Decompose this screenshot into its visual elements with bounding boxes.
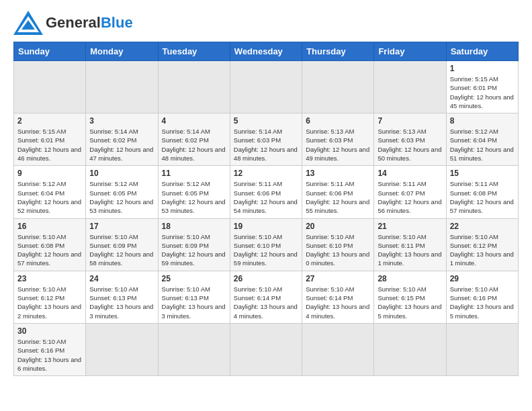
table-row — [446, 323, 518, 375]
header-tuesday: Tuesday — [158, 42, 230, 61]
table-row: 18 Sunrise: 5:10 AM Sunset: 6:09 PM Dayl… — [158, 218, 230, 271]
day-info: Sunrise: 5:12 AM Sunset: 6:04 PM Dayligh… — [17, 179, 82, 215]
table-row — [158, 323, 230, 375]
table-row — [230, 61, 302, 113]
week-row: 23 Sunrise: 5:10 AM Sunset: 6:12 PM Dayl… — [14, 271, 519, 323]
day-number: 18 — [162, 222, 226, 231]
table-row: 3 Sunrise: 5:14 AM Sunset: 6:02 PM Dayli… — [86, 113, 158, 166]
day-info: Sunrise: 5:10 AM Sunset: 6:13 PM Dayligh… — [162, 285, 226, 320]
day-number: 27 — [306, 274, 370, 283]
day-number: 28 — [378, 274, 442, 283]
day-info: Sunrise: 5:11 AM Sunset: 6:06 PM Dayligh… — [234, 179, 298, 215]
day-info: Sunrise: 5:15 AM Sunset: 6:01 PM Dayligh… — [17, 127, 82, 163]
table-row — [86, 323, 158, 375]
table-row: 14 Sunrise: 5:11 AM Sunset: 6:07 PM Dayl… — [374, 166, 446, 218]
table-row: 11 Sunrise: 5:12 AM Sunset: 6:05 PM Dayl… — [158, 166, 230, 218]
day-number: 29 — [450, 274, 515, 283]
day-number: 22 — [450, 222, 515, 231]
logo-icon — [13, 11, 43, 35]
table-row: 4 Sunrise: 5:14 AM Sunset: 6:02 PM Dayli… — [158, 113, 230, 166]
weekday-header-row: Sunday Monday Tuesday Wednesday Thursday… — [14, 42, 519, 61]
table-row — [86, 61, 158, 113]
day-info: Sunrise: 5:13 AM Sunset: 6:03 PM Dayligh… — [306, 127, 370, 163]
table-row: 19 Sunrise: 5:10 AM Sunset: 6:10 PM Dayl… — [230, 218, 302, 271]
day-number: 16 — [17, 222, 82, 231]
table-row: 29 Sunrise: 5:10 AM Sunset: 6:16 PM Dayl… — [446, 271, 518, 323]
week-row: 1 Sunrise: 5:15 AM Sunset: 6:01 PM Dayli… — [14, 61, 519, 113]
day-number: 21 — [378, 222, 442, 231]
day-info: Sunrise: 5:10 AM Sunset: 6:10 PM Dayligh… — [306, 232, 370, 268]
day-number: 7 — [378, 116, 442, 126]
table-row: 22 Sunrise: 5:10 AM Sunset: 6:12 PM Dayl… — [446, 218, 518, 271]
table-row — [158, 61, 230, 113]
day-number: 14 — [378, 169, 442, 178]
day-number: 24 — [89, 274, 154, 283]
day-number: 4 — [162, 116, 226, 126]
day-info: Sunrise: 5:11 AM Sunset: 6:07 PM Dayligh… — [378, 179, 442, 215]
day-number: 10 — [89, 169, 154, 178]
day-number: 30 — [17, 326, 82, 336]
day-info: Sunrise: 5:10 AM Sunset: 6:12 PM Dayligh… — [17, 285, 82, 320]
table-row: 30 Sunrise: 5:10 AM Sunset: 6:16 PM Dayl… — [14, 323, 86, 375]
table-row: 26 Sunrise: 5:10 AM Sunset: 6:14 PM Dayl… — [230, 271, 302, 323]
day-info: Sunrise: 5:10 AM Sunset: 6:10 PM Dayligh… — [234, 232, 298, 268]
day-info: Sunrise: 5:12 AM Sunset: 6:05 PM Dayligh… — [162, 179, 226, 215]
table-row: 1 Sunrise: 5:15 AM Sunset: 6:01 PM Dayli… — [446, 61, 518, 113]
calendar-table: Sunday Monday Tuesday Wednesday Thursday… — [13, 42, 519, 376]
day-number: 6 — [306, 116, 370, 126]
day-info: Sunrise: 5:10 AM Sunset: 6:14 PM Dayligh… — [306, 285, 370, 320]
day-number: 19 — [234, 222, 298, 231]
day-info: Sunrise: 5:14 AM Sunset: 6:02 PM Dayligh… — [162, 127, 226, 163]
table-row: 28 Sunrise: 5:10 AM Sunset: 6:15 PM Dayl… — [374, 271, 446, 323]
table-row: 6 Sunrise: 5:13 AM Sunset: 6:03 PM Dayli… — [302, 113, 374, 166]
day-number: 26 — [234, 274, 298, 283]
table-row: 16 Sunrise: 5:10 AM Sunset: 6:08 PM Dayl… — [14, 218, 86, 271]
table-row: 9 Sunrise: 5:12 AM Sunset: 6:04 PM Dayli… — [14, 166, 86, 218]
header-thursday: Thursday — [302, 42, 374, 61]
day-number: 3 — [89, 116, 154, 126]
header-monday: Monday — [86, 42, 158, 61]
table-row: 15 Sunrise: 5:11 AM Sunset: 6:08 PM Dayl… — [446, 166, 518, 218]
header-wednesday: Wednesday — [230, 42, 302, 61]
day-number: 8 — [450, 116, 515, 126]
day-number: 23 — [17, 274, 82, 283]
table-row: 27 Sunrise: 5:10 AM Sunset: 6:14 PM Dayl… — [302, 271, 374, 323]
week-row: 16 Sunrise: 5:10 AM Sunset: 6:08 PM Dayl… — [14, 218, 519, 271]
day-info: Sunrise: 5:10 AM Sunset: 6:15 PM Dayligh… — [378, 285, 442, 320]
week-row: 2 Sunrise: 5:15 AM Sunset: 6:01 PM Dayli… — [14, 113, 519, 166]
day-info: Sunrise: 5:10 AM Sunset: 6:08 PM Dayligh… — [17, 232, 82, 268]
header-sunday: Sunday — [14, 42, 86, 61]
day-info: Sunrise: 5:10 AM Sunset: 6:13 PM Dayligh… — [89, 285, 154, 320]
logo-blue: Blue — [101, 14, 133, 31]
table-row: 8 Sunrise: 5:12 AM Sunset: 6:04 PM Dayli… — [446, 113, 518, 166]
table-row: 12 Sunrise: 5:11 AM Sunset: 6:06 PM Dayl… — [230, 166, 302, 218]
day-number: 11 — [162, 169, 226, 178]
day-info: Sunrise: 5:12 AM Sunset: 6:04 PM Dayligh… — [450, 127, 515, 163]
day-info: Sunrise: 5:10 AM Sunset: 6:14 PM Dayligh… — [234, 285, 298, 320]
day-info: Sunrise: 5:10 AM Sunset: 6:09 PM Dayligh… — [89, 232, 154, 268]
logo: GeneralBlue — [13, 11, 133, 35]
page: GeneralBlue Sunday Monday Tuesday Wednes… — [0, 0, 532, 387]
day-number: 13 — [306, 169, 370, 178]
day-info: Sunrise: 5:13 AM Sunset: 6:03 PM Dayligh… — [378, 127, 442, 163]
day-info: Sunrise: 5:10 AM Sunset: 6:16 PM Dayligh… — [450, 285, 515, 320]
day-info: Sunrise: 5:14 AM Sunset: 6:03 PM Dayligh… — [234, 127, 298, 163]
table-row: 23 Sunrise: 5:10 AM Sunset: 6:12 PM Dayl… — [14, 271, 86, 323]
day-info: Sunrise: 5:12 AM Sunset: 6:05 PM Dayligh… — [89, 179, 154, 215]
table-row: 2 Sunrise: 5:15 AM Sunset: 6:01 PM Dayli… — [14, 113, 86, 166]
logo-general: General — [46, 14, 101, 31]
table-row — [302, 323, 374, 375]
table-row: 5 Sunrise: 5:14 AM Sunset: 6:03 PM Dayli… — [230, 113, 302, 166]
week-row: 9 Sunrise: 5:12 AM Sunset: 6:04 PM Dayli… — [14, 166, 519, 218]
table-row — [14, 61, 86, 113]
day-info: Sunrise: 5:10 AM Sunset: 6:12 PM Dayligh… — [450, 232, 515, 268]
week-row: 30 Sunrise: 5:10 AM Sunset: 6:16 PM Dayl… — [14, 323, 519, 375]
day-number: 9 — [17, 169, 82, 178]
table-row: 24 Sunrise: 5:10 AM Sunset: 6:13 PM Dayl… — [86, 271, 158, 323]
day-info: Sunrise: 5:11 AM Sunset: 6:08 PM Dayligh… — [450, 179, 515, 215]
table-row: 20 Sunrise: 5:10 AM Sunset: 6:10 PM Dayl… — [302, 218, 374, 271]
table-row: 21 Sunrise: 5:10 AM Sunset: 6:11 PM Dayl… — [374, 218, 446, 271]
table-row: 17 Sunrise: 5:10 AM Sunset: 6:09 PM Dayl… — [86, 218, 158, 271]
day-number: 2 — [17, 116, 82, 126]
table-row: 13 Sunrise: 5:11 AM Sunset: 6:06 PM Dayl… — [302, 166, 374, 218]
